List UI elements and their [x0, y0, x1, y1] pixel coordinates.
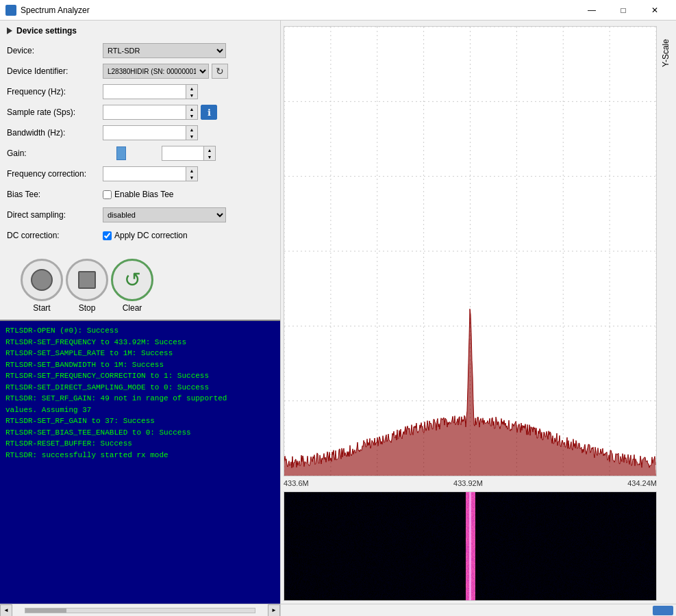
- scroll-thumb[interactable]: [25, 608, 66, 613]
- clear-label: Clear: [123, 303, 142, 313]
- device-row: Device: RTL-SDR: [7, 42, 273, 59]
- device-select[interactable]: RTL-SDR: [103, 43, 226, 58]
- bandwidth-down[interactable]: ▼: [186, 133, 197, 140]
- frequency-row: Frequency (Hz): 433.92M ▲ ▼: [7, 84, 273, 100]
- waterfall-chart: [284, 491, 657, 601]
- frequency-label: Frequency (Hz):: [7, 87, 103, 97]
- dc-correction-control: Apply DC correction: [103, 231, 273, 240]
- frequency-spinner: ▲ ▼: [186, 85, 197, 99]
- settings-section: Device settings Device: RTL-SDR Device I…: [0, 21, 280, 253]
- bias-tee-row: Bias Tee: Enable Bias Tee: [7, 186, 273, 203]
- freq-correction-spinner: ▲ ▼: [186, 167, 197, 181]
- window-title: Spectrum Analyzer: [21, 5, 572, 15]
- bandwidth-up[interactable]: ▲: [186, 126, 197, 133]
- gain-slider[interactable]: [103, 147, 158, 159]
- frequency-down[interactable]: ▼: [186, 92, 197, 99]
- bandwidth-spinner: ▲ ▼: [186, 126, 197, 140]
- scroll-thumb-blue[interactable]: [653, 606, 673, 615]
- device-label: Device:: [7, 46, 103, 55]
- right-panel: Y-Scale 433.6M 433.92M 434.24M: [281, 21, 676, 616]
- gain-down[interactable]: ▼: [204, 153, 215, 160]
- frequency-up[interactable]: ▲: [186, 85, 197, 92]
- sample-rate-label: Sample rate (Sps):: [7, 107, 103, 117]
- spectrum-canvas: [284, 27, 656, 476]
- titlebar: Spectrum Analyzer — □ ✕: [0, 0, 676, 21]
- device-identifier-select[interactable]: L28380HIDIR (SN: 00000001): [103, 64, 209, 79]
- bias-tee-control: Enable Bias Tee: [103, 190, 273, 199]
- freq-correction-input[interactable]: 1: [103, 167, 186, 181]
- gain-row: Gain: 49 ▲ ▼: [7, 145, 273, 162]
- device-identifier-control: L28380HIDIR (SN: 00000001) ↻: [103, 64, 273, 79]
- freq-correction-up[interactable]: ▲: [186, 167, 197, 174]
- bias-tee-label: Bias Tee:: [7, 190, 103, 199]
- bandwidth-input-group: 1.0M ▲ ▼: [103, 125, 198, 140]
- gain-label: Gain:: [7, 149, 103, 158]
- stop-label: Stop: [79, 303, 96, 313]
- sample-rate-control: 1.0M ▲ ▼ ℹ: [103, 105, 273, 120]
- scroll-right-arrow[interactable]: ►: [268, 604, 280, 617]
- freq-labels: 433.6M 433.92M 434.24M: [284, 479, 657, 487]
- titlebar-buttons: — □ ✕: [576, 0, 671, 21]
- bandwidth-label: Bandwidth (Hz):: [7, 128, 103, 138]
- scroll-track: [25, 608, 255, 613]
- freq-correction-down[interactable]: ▼: [186, 174, 197, 181]
- stop-icon: [78, 271, 96, 289]
- scroll-left-arrow[interactable]: ◄: [0, 604, 12, 617]
- minimize-button[interactable]: —: [576, 0, 608, 21]
- app-icon: [5, 5, 16, 16]
- console-area: RTLSDR-OPEN (#0): SuccessRTLSDR-SET_FREQ…: [0, 320, 280, 604]
- freq-correction-row: Frequency correction: 1 ▲ ▼: [7, 166, 273, 182]
- gain-input[interactable]: 49: [162, 146, 203, 160]
- sample-rate-up[interactable]: ▲: [186, 105, 197, 112]
- gain-input-group: 49 ▲ ▼: [162, 146, 216, 161]
- maximize-button[interactable]: □: [608, 0, 639, 21]
- direct-sampling-label: Direct sampling:: [7, 210, 103, 220]
- dc-correction-checkbox-row: Apply DC correction: [103, 231, 188, 240]
- bandwidth-input[interactable]: 1.0M: [103, 126, 186, 140]
- dc-correction-label: DC correction:: [7, 231, 103, 240]
- spectrum-chart: [284, 26, 657, 476]
- y-scale-label: Y-Scale: [661, 26, 671, 67]
- main-container: Device settings Device: RTL-SDR Device I…: [0, 21, 676, 616]
- left-panel: Device settings Device: RTL-SDR Device I…: [0, 21, 281, 616]
- section-title: Device settings: [16, 26, 77, 36]
- gain-control: 49 ▲ ▼: [103, 146, 273, 161]
- clear-button[interactable]: ↺ Clear: [111, 259, 153, 313]
- device-identifier-row: Device Identifier: L28380HIDIR (SN: 0000…: [7, 63, 273, 79]
- gain-row-inner: 49 ▲ ▼: [103, 146, 273, 161]
- stop-button[interactable]: Stop: [66, 259, 108, 313]
- dc-correction-checkbox-label: Apply DC correction: [114, 231, 188, 240]
- direct-sampling-row: Direct sampling: disabled: [7, 207, 273, 223]
- start-label: Start: [33, 303, 50, 313]
- gain-spinner: ▲ ▼: [203, 146, 215, 160]
- control-buttons: Start Stop ↺ Clear: [0, 253, 280, 320]
- bias-tee-checkbox-label: Enable Bias Tee: [114, 190, 174, 199]
- direct-sampling-select[interactable]: disabled: [103, 207, 226, 222]
- close-button[interactable]: ✕: [639, 0, 671, 21]
- collapse-icon[interactable]: [7, 27, 12, 34]
- sample-rate-down[interactable]: ▼: [186, 112, 197, 119]
- direct-sampling-control: disabled: [103, 207, 273, 222]
- sample-rate-spinner: ▲ ▼: [186, 105, 197, 119]
- freq-center-label: 433.92M: [453, 479, 483, 487]
- gain-up[interactable]: ▲: [204, 146, 215, 153]
- freq-correction-input-group: 1 ▲ ▼: [103, 166, 198, 181]
- sample-rate-input-group: 1.0M ▲ ▼: [103, 105, 198, 120]
- sample-rate-input[interactable]: 1.0M: [103, 105, 186, 119]
- frequency-input[interactable]: 433.92M: [103, 85, 186, 99]
- start-icon: [31, 269, 53, 291]
- freq-correction-control: 1 ▲ ▼: [103, 166, 273, 181]
- bias-tee-checkbox[interactable]: [103, 190, 112, 199]
- dc-correction-row: DC correction: Apply DC correction: [7, 227, 273, 244]
- info-button[interactable]: ℹ: [201, 105, 217, 120]
- freq-right-label: 434.24M: [627, 479, 657, 487]
- clear-icon: ↺: [124, 270, 141, 290]
- refresh-button[interactable]: ↻: [212, 64, 228, 79]
- bottom-scrollbar: [281, 604, 676, 616]
- sample-rate-row: Sample rate (Sps): 1.0M ▲ ▼ ℹ: [7, 104, 273, 120]
- waterfall-canvas: [284, 492, 656, 600]
- clear-button-circle: ↺: [111, 259, 153, 301]
- dc-correction-checkbox[interactable]: [103, 231, 112, 240]
- start-button[interactable]: Start: [21, 259, 63, 313]
- freq-correction-label: Frequency correction:: [7, 169, 103, 179]
